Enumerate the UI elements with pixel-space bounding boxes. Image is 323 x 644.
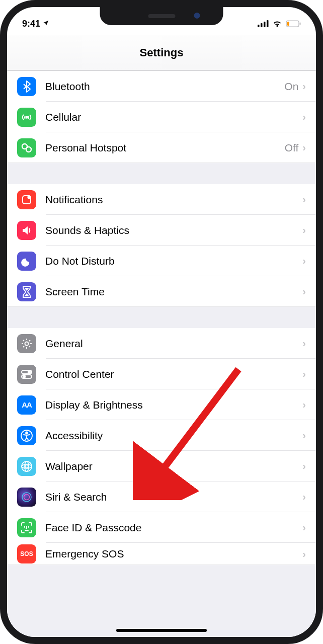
row-label: Emergency SOS [45, 548, 302, 560]
status-time: 9:41 [22, 19, 40, 29]
row-label: Sounds & Haptics [45, 224, 302, 236]
chevron-right-icon: › [302, 399, 306, 411]
row-siri[interactable]: Siri & Search › [7, 481, 316, 512]
svg-point-15 [28, 371, 30, 373]
phone-frame: 9:41 [0, 0, 323, 644]
home-indicator [116, 629, 207, 632]
chevron-right-icon: › [302, 194, 306, 205]
device-notch [100, 7, 223, 25]
row-general[interactable]: General › [7, 328, 316, 359]
svg-rect-0 [258, 25, 260, 27]
svg-point-9 [26, 147, 31, 152]
svg-rect-2 [264, 22, 266, 27]
faceid-icon [17, 518, 36, 537]
row-label: Face ID & Passcode [45, 522, 302, 534]
notifications-icon [17, 190, 36, 209]
cellular-icon [17, 108, 36, 127]
chevron-right-icon: › [302, 255, 306, 267]
row-label: Accessibility [45, 430, 302, 442]
chevron-right-icon: › [302, 80, 306, 92]
chevron-right-icon: › [302, 522, 306, 533]
row-cellular[interactable]: Cellular › [7, 102, 316, 132]
row-value: Off [285, 142, 299, 154]
chevron-right-icon: › [302, 111, 306, 123]
sos-icon: SOS [17, 544, 36, 564]
row-dnd[interactable]: Do Not Disturb › [7, 246, 316, 276]
chevron-right-icon: › [302, 368, 306, 380]
sounds-icon [17, 221, 36, 240]
chevron-right-icon: › [302, 286, 306, 297]
row-accessibility[interactable]: Accessibility › [7, 420, 316, 451]
chevron-right-icon: › [302, 224, 306, 236]
settings-list[interactable]: Bluetooth On › Cellular › Personal Hotsp… [7, 70, 316, 637]
svg-point-19 [25, 465, 28, 468]
chevron-right-icon: › [302, 460, 306, 472]
svg-point-20 [22, 461, 32, 471]
row-sounds[interactable]: Sounds & Haptics › [7, 215, 316, 246]
svg-point-24 [24, 494, 30, 500]
row-sos[interactable]: SOS Emergency SOS › [7, 543, 316, 565]
row-notifications[interactable]: Notifications › [7, 184, 316, 215]
row-display[interactable]: AA Display & Brightness › [7, 389, 316, 420]
screentime-icon [17, 282, 36, 301]
row-label: Notifications [45, 194, 302, 206]
row-faceid[interactable]: Face ID & Passcode › [7, 512, 316, 543]
svg-point-23 [22, 493, 31, 502]
chevron-right-icon: › [302, 338, 306, 349]
svg-rect-6 [287, 22, 289, 26]
siri-icon [17, 488, 36, 507]
row-label: Siri & Search [45, 491, 302, 503]
row-label: Cellular [45, 111, 302, 123]
svg-rect-1 [261, 23, 263, 27]
svg-point-7 [26, 116, 27, 118]
wallpaper-icon [17, 457, 36, 476]
row-label: Do Not Disturb [45, 255, 302, 267]
settings-group-connectivity: Bluetooth On › Cellular › Personal Hotsp… [7, 70, 316, 163]
settings-group-general: General › Control Center › AA Display & … [7, 328, 316, 565]
svg-rect-3 [267, 20, 269, 27]
svg-point-18 [26, 432, 28, 434]
chevron-right-icon: › [302, 142, 306, 153]
svg-point-11 [27, 195, 31, 199]
svg-point-16 [23, 375, 25, 377]
row-label: Personal Hotspot [45, 142, 285, 154]
row-bluetooth[interactable]: Bluetooth On › [7, 71, 316, 102]
row-controlcenter[interactable]: Control Center › [7, 359, 316, 389]
battery-icon [286, 20, 301, 27]
wifi-icon [272, 20, 282, 27]
general-icon [17, 334, 36, 353]
controlcenter-icon [17, 365, 36, 384]
row-label: Screen Time [45, 286, 302, 298]
accessibility-icon [17, 426, 36, 445]
dnd-icon [17, 252, 36, 271]
row-label: Control Center [45, 368, 302, 380]
page-title: Settings [140, 46, 184, 59]
display-icon: AA [17, 395, 36, 415]
svg-rect-5 [300, 23, 301, 25]
row-label: Bluetooth [45, 80, 284, 93]
bluetooth-icon [17, 77, 36, 96]
signal-icon [258, 20, 269, 27]
row-label: Wallpaper [45, 460, 302, 472]
settings-group-attention: Notifications › Sounds & Haptics › Do No… [7, 184, 316, 307]
row-label: Display & Brightness [45, 399, 302, 411]
row-wallpaper[interactable]: Wallpaper › [7, 451, 316, 481]
svg-point-12 [25, 342, 29, 345]
chevron-right-icon: › [302, 430, 306, 441]
hotspot-icon [17, 138, 36, 157]
row-screentime[interactable]: Screen Time › [7, 276, 316, 307]
chevron-right-icon: › [302, 548, 306, 560]
nav-header: Settings [7, 35, 316, 70]
row-value: On [284, 80, 298, 93]
location-arrow-icon [42, 20, 49, 28]
row-hotspot[interactable]: Personal Hotspot Off › [7, 132, 316, 163]
row-label: General [45, 338, 302, 350]
chevron-right-icon: › [302, 491, 306, 503]
